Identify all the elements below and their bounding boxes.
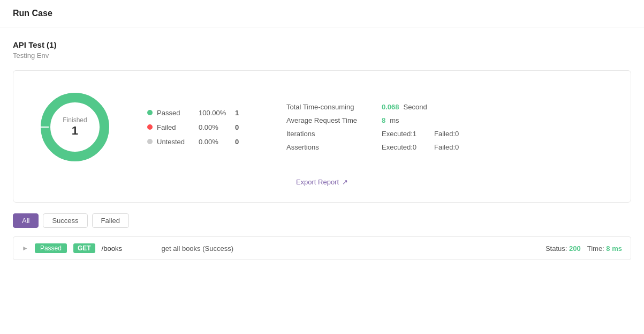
page-header: Run Case [0,0,644,27]
avg-request-row: Average Request Time 8 ms [286,116,474,124]
failed-count: 0 [235,123,239,131]
passed-label: Passed [157,109,194,117]
total-time-value: 0.068 [382,103,399,111]
export-report-link[interactable]: Export Report ↗ [296,178,348,186]
summary-card: Finished 1 Passed 100.00% 1 Failed 0.00%… [13,70,631,203]
export-label: Export Report [296,178,339,186]
external-link-icon: ↗ [342,178,348,186]
iterations-failed: Failed:0 [434,130,459,138]
total-time-unit: Second [404,103,427,111]
status-code-label: Status: 200 [545,244,581,253]
time-label: Time: 8 ms [587,244,622,253]
tab-success[interactable]: Success [43,213,87,228]
untested-pct: 0.00% [199,138,231,146]
iterations-row: Iterations Executed:1 Failed:0 [286,130,474,138]
total-time-row: Total Time-consuming 0.068 Second [286,103,474,111]
test-name: API Test (1) [13,40,631,49]
failed-pct: 0.00% [199,123,231,131]
tab-all[interactable]: All [13,213,39,228]
passed-count: 1 [235,109,239,117]
avg-request-value: 8 [382,116,385,124]
legend-item-untested: Untested 0.00% 0 [147,138,254,146]
legend-item-passed: Passed 100.00% 1 [147,109,254,117]
test-env: Testing Env [13,51,631,60]
untested-count: 0 [235,138,239,146]
test-meta: Status: 200 Time: 8 ms [545,244,622,253]
page-title: Run Case [13,9,52,18]
passed-dot [147,110,153,115]
donut-number: 1 [63,124,87,138]
donut-label: Finished [63,116,87,124]
failed-label: Failed [157,123,194,131]
donut-chart: Finished 1 [35,87,115,167]
passed-badge: Passed [35,243,67,253]
iterations-executed: Executed:1 [382,130,430,138]
untested-label: Untested [157,138,194,146]
method-badge: GET [73,243,95,253]
filter-tabs: All Success Failed [13,213,631,228]
stats-section: Total Time-consuming 0.068 Second Averag… [286,103,474,151]
test-row: ► Passed GET /books get all books (Succe… [13,236,631,260]
iterations-label: Iterations [286,130,377,138]
path: /books [102,244,155,253]
avg-request-label: Average Request Time [286,116,377,124]
total-time-label: Total Time-consuming [286,103,377,111]
description: get all books (Success) [162,244,539,253]
assertions-label: Assertions [286,143,377,151]
assertions-row: Assertions Executed:0 Failed:0 [286,143,474,151]
legend: Passed 100.00% 1 Failed 0.00% 0 Untested… [147,109,254,146]
passed-pct: 100.00% [199,109,231,117]
legend-item-failed: Failed 0.00% 0 [147,123,254,131]
avg-request-unit: ms [390,116,399,124]
assertions-executed: Executed:0 [382,143,430,151]
chevron-right-icon[interactable]: ► [22,244,28,252]
untested-dot [147,139,153,144]
failed-dot [147,124,153,130]
tab-failed[interactable]: Failed [92,213,129,228]
assertions-failed: Failed:0 [434,143,459,151]
